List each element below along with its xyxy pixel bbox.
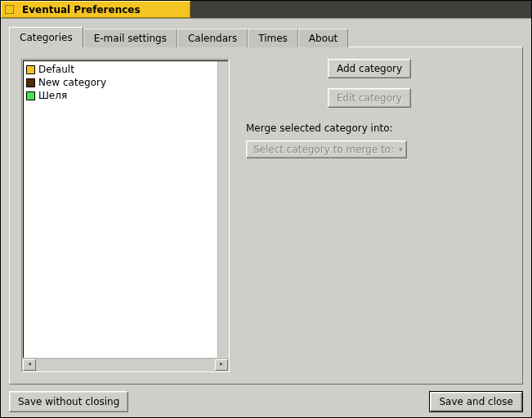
category-listbox-frame: Default New category Шеля: [21, 59, 230, 372]
preferences-window: Eventual Preferences Categories E-mail s…: [0, 0, 532, 418]
window-title: Eventual Preferences: [22, 4, 141, 16]
color-swatch-icon: [26, 91, 35, 100]
tab-about[interactable]: About: [298, 29, 348, 47]
tab-times[interactable]: Times: [248, 29, 298, 47]
list-item-label: New category: [38, 77, 106, 88]
title-tab: Eventual Preferences: [1, 1, 190, 18]
save-and-close-button[interactable]: Save and close: [429, 391, 523, 412]
color-swatch-icon: [26, 65, 35, 74]
color-swatch-icon: [26, 78, 35, 87]
list-item-label: Шеля: [38, 90, 67, 101]
save-without-closing-button[interactable]: Save without closing: [9, 391, 128, 412]
category-actions-column: Add category Edit category Merge selecte…: [230, 59, 511, 372]
category-listbox[interactable]: Default New category Шеля: [23, 60, 228, 358]
client-area: Categories E-mail settings Calendars Tim…: [1, 18, 531, 417]
scroll-left-button[interactable]: ◂: [23, 359, 36, 371]
merge-label: Merge selected category into:: [246, 122, 393, 134]
list-item[interactable]: New category: [25, 76, 218, 89]
scroll-right-button[interactable]: ▸: [215, 359, 228, 371]
list-item-label: Default: [38, 64, 74, 75]
tab-categories[interactable]: Categories: [9, 27, 83, 47]
tabpanel-categories: Default New category Шеля: [9, 47, 523, 385]
combobox-placeholder: Select category to merge to:: [253, 144, 394, 155]
list-item[interactable]: Шеля: [25, 89, 218, 102]
app-icon: [5, 5, 14, 14]
titlebar[interactable]: Eventual Preferences: [1, 1, 531, 18]
chevron-down-icon: ▾: [399, 145, 403, 153]
edit-category-button[interactable]: Edit category: [328, 88, 411, 108]
add-category-button[interactable]: Add category: [328, 59, 411, 78]
horizontal-scrollbar[interactable]: ◂ ▸: [23, 358, 228, 371]
tab-calendars[interactable]: Calendars: [177, 29, 248, 47]
tabstrip: Categories E-mail settings Calendars Tim…: [9, 27, 523, 47]
list-item[interactable]: Default: [25, 63, 218, 76]
tab-email-settings[interactable]: E-mail settings: [83, 29, 177, 47]
category-list-column: Default New category Шеля: [21, 59, 230, 372]
merge-target-combobox[interactable]: Select category to merge to: ▾: [246, 140, 407, 158]
bottom-button-bar: Save without closing Save and close: [9, 385, 523, 412]
category-list-items: Default New category Шеля: [25, 63, 218, 358]
vertical-scrollbar[interactable]: [217, 61, 228, 358]
